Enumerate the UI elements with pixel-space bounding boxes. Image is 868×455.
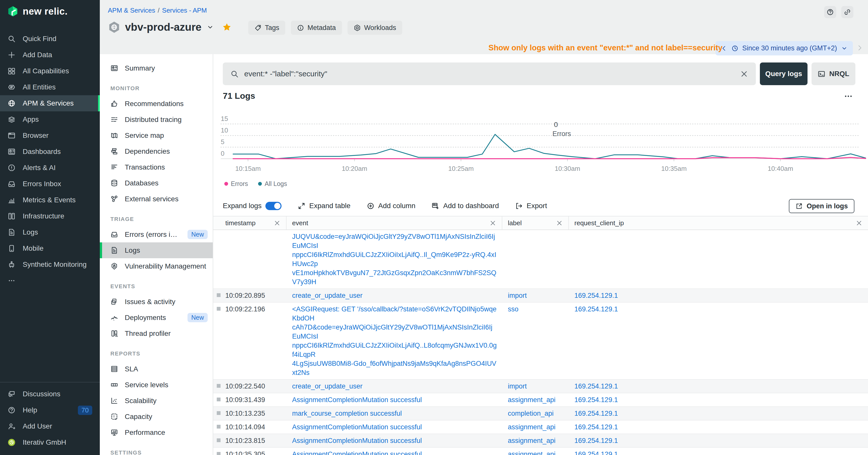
column-header-request-client-ip[interactable]: request_client_ip bbox=[569, 217, 868, 229]
subnav-item-transactions[interactable]: Transactions bbox=[100, 159, 213, 175]
breadcrumb-link-apm-services[interactable]: APM & Services bbox=[108, 6, 155, 14]
breadcrumb-link-services-apm[interactable]: Services - APM bbox=[162, 6, 207, 14]
global-nav-item-discussions[interactable]: Discussions bbox=[0, 386, 100, 402]
query-input[interactable]: event:* -"label":"security" bbox=[244, 69, 735, 78]
cell-request-client-ip-link[interactable]: 169.254.129.1 bbox=[569, 421, 868, 433]
global-nav-item-browser[interactable]: Browser bbox=[0, 128, 100, 143]
expand-table-button[interactable]: Expand table bbox=[298, 202, 350, 210]
remove-column-icon[interactable] bbox=[856, 220, 863, 227]
subnav-item-service-levels[interactable]: Service levels bbox=[100, 377, 213, 393]
global-nav-item-dashboards[interactable]: Dashboards bbox=[0, 143, 100, 160]
global-nav-item-infrastructure[interactable]: Infrastructure bbox=[0, 208, 100, 224]
remove-column-icon[interactable] bbox=[274, 220, 280, 227]
add-column-button[interactable]: Add column bbox=[367, 202, 415, 210]
global-nav-item-iterativ-gmbh[interactable]: Iterativ GmbH bbox=[0, 434, 100, 451]
query-logs-button[interactable]: Query logs bbox=[760, 63, 807, 85]
cell-request-client-ip-link[interactable]: 169.254.129.1 bbox=[569, 393, 868, 407]
tags-button[interactable]: Tags bbox=[248, 21, 285, 35]
table-row[interactable]: 10:10:23.815AssignmentCompletionMutation… bbox=[213, 434, 868, 448]
cell-request-client-ip-link[interactable]: 169.254.129.1 bbox=[569, 302, 868, 379]
column-header-label[interactable]: label bbox=[502, 217, 569, 229]
subnav-item-performance[interactable]: Performance bbox=[100, 424, 213, 441]
subnav-item-external-services[interactable]: External services bbox=[100, 191, 213, 207]
table-row[interactable]: 10:09:22.540create_or_update_userimport1… bbox=[213, 380, 868, 393]
global-nav-item-logs[interactable]: Logs bbox=[0, 224, 100, 240]
more-menu-icon[interactable] bbox=[843, 92, 854, 100]
global-nav-item-alerts-ai[interactable]: Alerts & AI bbox=[0, 160, 100, 176]
table-row[interactable]: 10:10:13.235mark_course_completion succe… bbox=[213, 407, 868, 421]
global-nav-item-add-user[interactable]: Add User bbox=[0, 418, 100, 434]
clear-query-icon[interactable] bbox=[740, 70, 748, 78]
cell-event-link[interactable]: AssignmentCompletionMutation successful bbox=[286, 434, 502, 447]
global-nav-item-errors-inbox[interactable]: Errors Inbox bbox=[0, 176, 100, 192]
subnav-item-logs[interactable]: Logs bbox=[100, 242, 213, 258]
time-next-chevron-icon[interactable] bbox=[856, 44, 864, 52]
cell-event-link[interactable]: AssignmentCompletionMutation successful bbox=[286, 448, 502, 455]
export-button[interactable]: Export bbox=[515, 202, 547, 210]
subnav-item-service-map[interactable]: Service map bbox=[100, 128, 213, 143]
help-button[interactable] bbox=[824, 6, 836, 18]
expand-logs-toggle[interactable]: Expand logs bbox=[223, 202, 281, 210]
global-nav-item-help[interactable]: Help70 bbox=[0, 402, 100, 418]
log-query-bar[interactable]: event:* -"label":"security" bbox=[223, 63, 756, 85]
cell-label-link[interactable]: assignment_api bbox=[502, 393, 569, 407]
cell-request-client-ip-link[interactable]: 169.254.129.1 bbox=[569, 380, 868, 393]
entity-title[interactable]: vbv-prod-azure bbox=[125, 21, 202, 33]
favorite-star-icon[interactable] bbox=[222, 23, 231, 32]
subnav-item-vulnerability-management[interactable]: Vulnerability Management bbox=[100, 258, 213, 274]
column-header-event[interactable]: event bbox=[286, 217, 502, 229]
open-in-logs-button[interactable]: Open in logs bbox=[789, 199, 855, 213]
legend-item-errors[interactable]: Errors bbox=[224, 180, 248, 188]
workloads-button[interactable]: Workloads bbox=[347, 21, 402, 35]
cell-request-client-ip-link[interactable] bbox=[569, 230, 868, 289]
metadata-button[interactable]: Metadata bbox=[291, 21, 342, 35]
cell-label-link[interactable]: assignment_api bbox=[502, 421, 569, 433]
global-nav-item-ellipsis[interactable] bbox=[0, 272, 100, 289]
cell-event-link[interactable]: <ASGIRequest: GET '/sso/callback/?state=… bbox=[286, 302, 502, 379]
remove-column-icon[interactable] bbox=[490, 220, 496, 227]
cell-label-link[interactable]: import bbox=[502, 289, 569, 302]
legend-item-all-logs[interactable]: All Logs bbox=[258, 180, 287, 188]
global-nav-item-add-data[interactable]: Add Data bbox=[0, 47, 100, 63]
cell-label-link[interactable]: assignment_api bbox=[502, 448, 569, 455]
global-nav-item-synthetic-monitoring[interactable]: Synthetic Monitoring bbox=[0, 257, 100, 272]
subnav-item-capacity[interactable]: Capacity bbox=[100, 409, 213, 424]
global-nav-item-metrics-events[interactable]: Metrics & Events bbox=[0, 192, 100, 208]
cell-event-link[interactable]: create_or_update_user bbox=[286, 380, 502, 393]
global-nav-item-mobile[interactable]: Mobile bbox=[0, 240, 100, 257]
cell-event-link[interactable]: JUQVU&code=eyJraWQiOiJjcGltY29yZV8wOTl1M… bbox=[286, 230, 502, 289]
subnav-item-summary[interactable]: Summary bbox=[100, 60, 213, 76]
cell-event-link[interactable]: AssignmentCompletionMutation successful bbox=[286, 393, 502, 407]
cell-label-link[interactable] bbox=[502, 230, 569, 289]
permalink-button[interactable] bbox=[841, 6, 854, 18]
cell-event-link[interactable]: mark_course_completion successful bbox=[286, 407, 502, 420]
cell-request-client-ip-link[interactable]: 169.254.129.1 bbox=[569, 448, 868, 455]
table-row[interactable]: 10:09:20.895create_or_update_userimport1… bbox=[213, 289, 868, 302]
cell-request-client-ip-link[interactable]: 169.254.129.1 bbox=[569, 434, 868, 447]
cell-event-link[interactable]: create_or_update_user bbox=[286, 289, 502, 302]
global-nav-item-apps[interactable]: Apps bbox=[0, 111, 100, 128]
add-to-dashboard-button[interactable]: Add to dashboard bbox=[432, 202, 499, 210]
subnav-item-distributed-tracing[interactable]: Distributed tracing bbox=[100, 111, 213, 128]
global-nav-item-apm-services[interactable]: APM & Services bbox=[0, 95, 100, 111]
subnav-item-deployments[interactable]: DeploymentsNew bbox=[100, 310, 213, 325]
table-row[interactable]: 10:10:14.094AssignmentCompletionMutation… bbox=[213, 421, 868, 434]
cell-label-link[interactable]: sso bbox=[502, 302, 569, 379]
global-nav-item-quick-find[interactable]: Quick Find bbox=[0, 31, 100, 47]
global-nav-item-all-capabilities[interactable]: All Capabilities bbox=[0, 63, 100, 79]
cell-event-link[interactable]: AssignmentCompletionMutation successful bbox=[286, 421, 502, 433]
entity-chevron-down-icon[interactable] bbox=[207, 24, 214, 31]
time-picker[interactable]: Since 30 minutes ago (GMT+2) bbox=[715, 41, 853, 56]
logs-timeseries-chart[interactable]: 15105010:15am10:20am10:25am10:30am10:35a… bbox=[213, 111, 868, 179]
cell-request-client-ip-link[interactable]: 169.254.129.1 bbox=[569, 407, 868, 420]
subnav-item-errors-errors-inb[interactable]: Errors (errors inb...New bbox=[100, 227, 213, 242]
subnav-item-databases[interactable]: Databases bbox=[100, 175, 213, 191]
subnav-item-issues-activity[interactable]: Issues & activity bbox=[100, 294, 213, 310]
column-header-timestamp[interactable]: timestamp bbox=[213, 217, 286, 229]
table-row[interactable]: 10:10:35.305AssignmentCompletionMutation… bbox=[213, 448, 868, 455]
table-row[interactable]: 10:09:31.439AssignmentCompletionMutation… bbox=[213, 393, 868, 407]
cell-label-link[interactable]: import bbox=[502, 380, 569, 393]
cell-request-client-ip-link[interactable]: 169.254.129.1 bbox=[569, 289, 868, 302]
table-row[interactable]: JUQVU&code=eyJraWQiOiJjcGltY29yZV8wOTl1M… bbox=[213, 230, 868, 289]
nrql-button[interactable]: NRQL bbox=[811, 63, 856, 85]
